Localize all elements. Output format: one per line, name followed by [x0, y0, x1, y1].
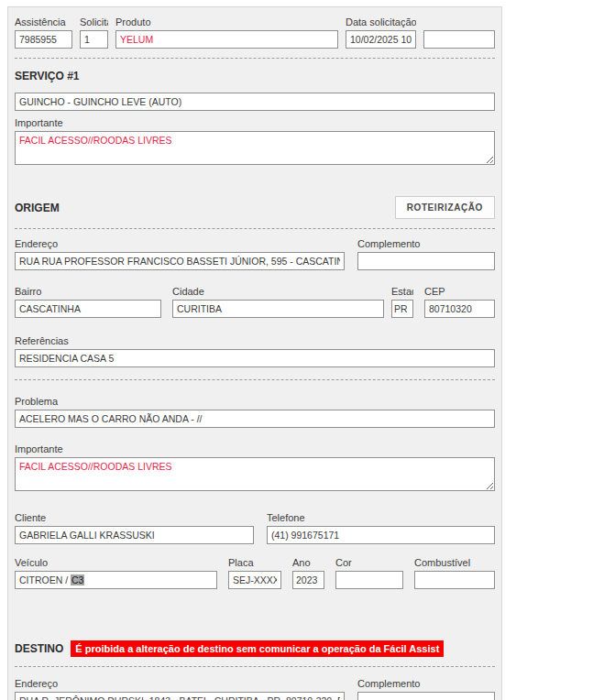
plate-label: Placa	[228, 557, 281, 568]
origin-district-input[interactable]	[15, 300, 161, 318]
plate-input[interactable]	[228, 571, 281, 589]
client-name-label: Cliente	[15, 512, 254, 523]
destination-section-title: DESTINO	[15, 642, 63, 655]
vehicle-row: Veículo CITROEN / C3 Placa Ano Cor Combu…	[15, 557, 495, 589]
service-section-title: SERVIÇO #1	[15, 70, 495, 82]
destination-complement-label: Complemento	[357, 678, 495, 689]
origin-references-input[interactable]	[15, 349, 495, 367]
service-type-input[interactable]	[15, 93, 495, 111]
origin-city-label: Cidade	[172, 286, 384, 297]
origin-address-row: Endereço Complemento	[15, 238, 495, 270]
origin-important-label: Importante	[15, 443, 495, 454]
destination-warning-badge: É proibida a alteração de destino sem co…	[71, 640, 444, 657]
vehicle-value-prefix: CITROEN /	[19, 574, 71, 585]
request-label: Solicitação	[80, 16, 108, 27]
destination-address-input[interactable]	[15, 692, 345, 700]
year-input[interactable]	[292, 571, 324, 589]
problem-label: Problema	[15, 396, 495, 407]
color-label: Cor	[335, 557, 403, 568]
origin-cep-label: CEP	[424, 286, 495, 297]
problem-input[interactable]	[15, 410, 495, 428]
origin-cep-input[interactable]	[424, 300, 495, 318]
routing-button[interactable]: ROTEIRIZAÇÃO	[395, 196, 495, 219]
year-label: Ano	[292, 557, 324, 568]
request-date-label: Data solicitação	[346, 16, 416, 27]
separator	[15, 58, 495, 59]
assistance-input[interactable]	[15, 30, 72, 49]
request-date-extra-input[interactable]	[423, 30, 495, 49]
fuel-input[interactable]	[414, 571, 495, 589]
client-name-input[interactable]	[15, 526, 254, 544]
color-input[interactable]	[335, 571, 403, 589]
origin-important-textarea[interactable]: FACIL ACESSO//ROODAS LIVRES	[15, 457, 495, 491]
service-important-textarea[interactable]: FACIL ACESSO//ROODAS LIVRES	[15, 131, 495, 165]
origin-section-header: ORIGEM ROTEIRIZAÇÃO	[15, 196, 495, 219]
origin-references-label: Referências	[15, 335, 495, 346]
vehicle-input[interactable]: CITROEN / C3	[15, 571, 217, 589]
destination-complement-input[interactable]	[357, 692, 495, 700]
origin-state-input[interactable]	[391, 300, 413, 318]
vehicle-label: Veículo	[15, 557, 217, 568]
header-row: Assistência Solicitação Produto Data sol…	[15, 16, 495, 49]
origin-complement-input[interactable]	[357, 252, 495, 270]
origin-address-label: Endereço	[15, 238, 345, 249]
assistance-form-panel: Assistência Solicitação Produto Data sol…	[7, 6, 502, 700]
service-important-label: Importante	[15, 117, 495, 128]
origin-section-title: ORIGEM	[15, 202, 60, 214]
request-input[interactable]	[80, 30, 108, 49]
client-phone-label: Telefone	[267, 512, 495, 523]
destination-address-row: Endereço Complemento	[15, 678, 495, 700]
destination-address-label: Endereço	[15, 678, 345, 689]
origin-city-input[interactable]	[172, 300, 384, 318]
vehicle-value-selected: C3	[71, 574, 84, 585]
origin-district-label: Bairro	[15, 286, 161, 297]
request-date-input[interactable]	[346, 30, 416, 49]
separator	[15, 379, 495, 380]
product-input[interactable]	[115, 30, 338, 49]
origin-district-row: Bairro Cidade Estado CEP	[15, 286, 495, 318]
fuel-label: Combustível	[414, 557, 495, 568]
separator	[15, 228, 495, 229]
client-phone-input[interactable]	[267, 526, 495, 544]
assistance-label: Assistência	[15, 16, 72, 27]
product-label: Produto	[115, 16, 338, 27]
client-row: Cliente Telefone	[15, 512, 495, 544]
destination-section-header: DESTINO É proibida a alteração de destin…	[15, 640, 495, 657]
origin-address-input[interactable]	[15, 252, 345, 270]
origin-complement-label: Complemento	[357, 238, 495, 249]
separator	[15, 666, 495, 667]
origin-state-label: Estado	[391, 286, 413, 297]
